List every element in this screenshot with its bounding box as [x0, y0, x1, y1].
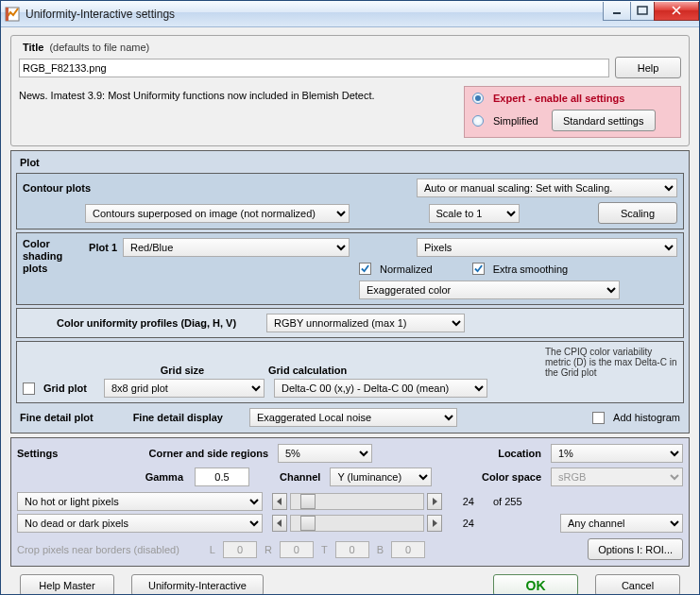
crop-R: R — [265, 544, 272, 555]
crop-L-input — [223, 541, 257, 558]
svg-rect-2 — [613, 12, 621, 14]
close-button[interactable] — [654, 2, 699, 21]
auto-manual-select[interactable]: Auto or manual scaling: Set with Scaling… — [417, 178, 677, 197]
uniformity-profiles-label: Color uniformity profiles (Diag, H, V) — [57, 317, 236, 329]
fine-detail-select[interactable]: Exaggerated Local noise — [249, 408, 457, 427]
title-input[interactable] — [19, 59, 609, 77]
normalized-label: Normalized — [380, 264, 433, 275]
gamma-input[interactable] — [195, 468, 249, 486]
crop-R-input — [280, 541, 314, 558]
hot-value: 24 — [448, 496, 474, 507]
fine-detail-display-label: Fine detail display — [133, 412, 223, 423]
crop-label: Crop pixels near borders (disabled) — [17, 544, 179, 555]
footer: Help Master Uniformity-Interactive OK Ca… — [10, 570, 690, 594]
crop-B-input — [391, 541, 425, 558]
slider-hot-thumb[interactable] — [300, 494, 316, 509]
svg-rect-3 — [638, 7, 647, 14]
slider-dead-left[interactable] — [272, 515, 287, 532]
grid-size-label: Grid size — [102, 365, 263, 376]
contour-sub: Contour plots Auto or manual scaling: Se… — [16, 173, 684, 230]
svg-rect-1 — [6, 8, 9, 21]
contour-plots-label: Contour plots — [23, 182, 108, 194]
any-channel-select[interactable]: Any channel — [560, 514, 683, 533]
plot-panel: Plot Contour plots Auto or manual scalin… — [10, 150, 690, 434]
grid-plot-cb-label: Grid plot — [43, 382, 98, 394]
slider-dead-track[interactable] — [290, 515, 424, 532]
window-title: Uniformity-Interactive settings — [26, 8, 604, 21]
slider-hot-left[interactable] — [272, 493, 287, 510]
cancel-button[interactable]: Cancel — [595, 574, 680, 594]
fine-detail-plot-label: Fine detail plot — [20, 412, 94, 423]
title-hint: (defaults to file name) — [49, 42, 149, 53]
dead-pixels-select[interactable]: No dead or dark pixels — [17, 514, 263, 533]
crop-B: B — [377, 544, 384, 555]
channel-label: Channel — [280, 471, 320, 483]
dead-value: 24 — [448, 518, 474, 529]
plot-heading: Plot — [16, 155, 684, 170]
grid-size-select[interactable]: 8x8 grid plot — [104, 379, 265, 398]
extra-smoothing-checkbox[interactable] — [472, 263, 485, 275]
cpiq-note: The CPIQ color variability metric (D) is… — [545, 347, 677, 378]
crop-L: L — [210, 544, 215, 555]
radio-expert[interactable] — [472, 93, 484, 104]
options-roi-button[interactable]: Options I: ROI... — [588, 538, 683, 560]
news-text: News. Imatest 3.9: Most Uniformity funct… — [19, 86, 458, 138]
title-block: Title (defaults to file name) Help News.… — [10, 35, 690, 146]
gamma-label: Gamma — [127, 471, 183, 483]
uniformity-profiles-sub: Color uniformity profiles (Diag, H, V) R… — [16, 308, 684, 338]
slider-dead-thumb[interactable] — [300, 516, 316, 531]
grid-calc-select[interactable]: Delta-C 00 (x,y) - Delta-C 00 (mean) — [274, 379, 487, 398]
color-shading-sub: Color shading plots Plot 1 Red/Blue Pixe… — [16, 232, 684, 305]
corner-label: Corner and side regions — [127, 448, 268, 459]
settings-heading: Settings — [17, 448, 121, 459]
hot-pixels-select[interactable]: No hot or light pixels — [17, 492, 263, 511]
expert-radio-row[interactable]: Expert - enable all settings — [472, 93, 673, 104]
titlebar: Uniformity-Interactive settings — [1, 1, 699, 27]
radio-simplified[interactable] — [472, 115, 484, 127]
add-histogram-label: Add histogram — [613, 412, 680, 423]
colorspace-select: sRGB — [551, 468, 683, 486]
maximize-button[interactable] — [630, 2, 655, 21]
corner-select[interactable]: 5% — [278, 444, 372, 463]
slider-hot-right[interactable] — [427, 493, 442, 510]
of-255: of 255 — [493, 496, 522, 507]
expert-label: Expert - enable all settings — [493, 93, 624, 104]
grid-calc-label: Grid calculation — [268, 365, 482, 376]
title-label: Title — [23, 42, 43, 53]
minimize-button[interactable] — [603, 2, 631, 21]
crop-T: T — [321, 544, 328, 555]
color-shading-label: Color shading plots — [23, 238, 76, 275]
contour-superposed-select[interactable]: Contours superposed on image (not normal… — [85, 204, 350, 223]
simplified-label: Simplified — [493, 115, 538, 127]
scaling-button[interactable]: Scaling — [598, 202, 677, 224]
app-icon — [5, 7, 20, 22]
location-select[interactable]: 1% — [551, 444, 683, 463]
grid-sub: Grid size Grid calculation The CPIQ colo… — [16, 341, 684, 403]
mode-box: Expert - enable all settings Simplified … — [464, 86, 681, 138]
extra-smoothing-label: Extra smoothing — [493, 264, 568, 275]
standard-settings-button[interactable]: Standard settings — [552, 110, 656, 131]
uniformity-profiles-select[interactable]: RGBY unnormalized (max 1) — [266, 314, 465, 332]
exaggerated-color-select[interactable]: Exaggerated color — [359, 280, 620, 299]
uniformity-interactive-button[interactable]: Uniformity-Interactive — [131, 574, 264, 594]
location-label: Location — [498, 448, 541, 459]
colorspace-label: Color space — [482, 471, 541, 483]
channel-select[interactable]: Y (luminance) — [330, 468, 432, 486]
plot1-label: Plot 1 — [81, 242, 117, 253]
pixels-select[interactable]: Pixels — [417, 238, 677, 257]
crop-T-input — [335, 541, 369, 558]
ok-button[interactable]: OK — [493, 574, 578, 594]
settings-panel: Settings Corner and side regions 5% Loca… — [10, 437, 690, 567]
slider-hot-track[interactable] — [290, 493, 424, 510]
scale-to-select[interactable]: Scale to 1 — [429, 204, 520, 223]
normalized-checkbox[interactable] — [359, 263, 371, 275]
plot1-select[interactable]: Red/Blue — [123, 238, 350, 257]
help-master-button[interactable]: Help Master — [20, 574, 114, 594]
grid-plot-checkbox[interactable] — [23, 382, 35, 395]
slider-dead-right[interactable] — [427, 515, 442, 532]
add-histogram-checkbox[interactable] — [592, 412, 605, 424]
help-button[interactable]: Help — [615, 57, 681, 78]
